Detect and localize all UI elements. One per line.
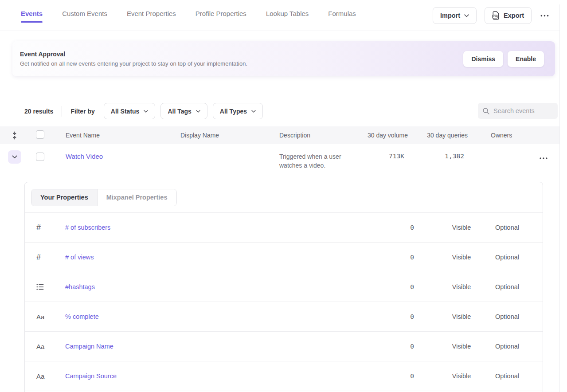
property-requirement: Optional bbox=[495, 254, 519, 261]
property-requirement: Optional bbox=[495, 313, 519, 320]
property-volume: 0 bbox=[410, 254, 414, 261]
property-name-link[interactable]: #hashtags bbox=[65, 283, 95, 290]
tab-profile-properties[interactable]: Profile Properties bbox=[196, 0, 246, 31]
property-volume: 0 bbox=[410, 372, 414, 380]
row-actions-cell bbox=[535, 144, 559, 161]
lexicon-events-page: Events Custom Events Event Properties Pr… bbox=[0, 0, 567, 392]
all-tags-dropdown[interactable]: All Tags bbox=[160, 103, 207, 119]
collapse-all-icon[interactable] bbox=[12, 131, 18, 140]
chevron-down-icon bbox=[12, 155, 17, 159]
filter-bar: 20 results Filter by All Status All Tags… bbox=[24, 103, 268, 119]
banner-text: Event Approval Get notified on all new e… bbox=[12, 51, 247, 67]
dismiss-button[interactable]: Dismiss bbox=[463, 51, 503, 67]
search-input[interactable] bbox=[493, 107, 551, 114]
number-type-icon: # bbox=[36, 223, 41, 232]
content-right-border bbox=[559, 4, 567, 392]
expander-cell bbox=[0, 144, 29, 164]
select-all-checkbox[interactable] bbox=[36, 130, 44, 139]
text-type-icon: Aa bbox=[36, 313, 44, 321]
export-button[interactable]: csv Export bbox=[485, 7, 532, 24]
search-events-box[interactable] bbox=[478, 103, 558, 119]
select-all-cell bbox=[29, 130, 66, 141]
property-visibility: Visible bbox=[452, 283, 471, 290]
column-header-description[interactable]: Description bbox=[279, 132, 364, 139]
property-row: Aa Campaign Source 0 Visible Optional bbox=[25, 361, 543, 391]
banner-title: Event Approval bbox=[20, 51, 247, 58]
results-count: 20 results bbox=[24, 108, 53, 115]
import-button[interactable]: Import bbox=[433, 7, 477, 24]
tab-your-properties[interactable]: Your Properties bbox=[31, 189, 98, 206]
chevron-down-icon bbox=[464, 14, 469, 17]
events-table-header: Event Name Display Name Description 30 d… bbox=[0, 126, 559, 144]
text-type-icon: Aa bbox=[36, 343, 44, 350]
ellipsis-icon bbox=[540, 157, 547, 159]
property-visibility: Visible bbox=[452, 343, 471, 350]
enable-button[interactable]: Enable bbox=[508, 51, 544, 67]
event-row-watch-video: Watch Video Triggered when a user watche… bbox=[0, 144, 559, 182]
event-name-cell: Watch Video bbox=[66, 144, 180, 161]
all-status-dropdown[interactable]: All Status bbox=[104, 103, 156, 119]
chevron-down-icon bbox=[251, 110, 256, 113]
svg-text:csv: csv bbox=[493, 15, 497, 18]
property-visibility: Visible bbox=[452, 224, 471, 231]
all-status-label: All Status bbox=[111, 108, 140, 115]
chevron-down-icon bbox=[144, 110, 148, 113]
search-icon bbox=[482, 107, 490, 115]
tab-custom-events[interactable]: Custom Events bbox=[62, 0, 107, 31]
all-tags-label: All Tags bbox=[168, 108, 191, 115]
filter-by-label: Filter by bbox=[70, 108, 94, 115]
row-checkbox-cell bbox=[29, 144, 66, 163]
property-requirement: Optional bbox=[495, 224, 519, 231]
more-options-button[interactable] bbox=[540, 13, 550, 19]
property-name-link[interactable]: % complete bbox=[65, 313, 99, 320]
ellipsis-icon bbox=[540, 15, 549, 17]
property-row: # # of subscribers 0 Visible Optional bbox=[25, 213, 543, 243]
tab-event-properties[interactable]: Event Properties bbox=[127, 0, 176, 31]
property-volume: 0 bbox=[410, 343, 414, 350]
number-type-icon: # bbox=[36, 253, 41, 262]
banner-actions: Dismiss Enable bbox=[463, 51, 544, 67]
topbar-actions: Import csv Export bbox=[433, 0, 550, 31]
event-approval-banner: Event Approval Get notified on all new e… bbox=[12, 41, 555, 76]
import-label: Import bbox=[440, 12, 460, 19]
property-name-link[interactable]: Campaign Source bbox=[65, 372, 117, 380]
property-row: Aa Campaign Name 0 Visible Optional bbox=[25, 332, 543, 361]
property-row: # # of views 0 Visible Optional bbox=[25, 243, 543, 272]
property-requirement: Optional bbox=[495, 372, 519, 380]
property-row: Aa % complete 0 Visible Optional bbox=[25, 302, 543, 332]
banner-description: Get notified on all new events entering … bbox=[20, 60, 247, 67]
tab-lookup-tables[interactable]: Lookup Tables bbox=[266, 0, 309, 31]
property-name-link[interactable]: # of views bbox=[65, 254, 94, 261]
event-name-link[interactable]: Watch Video bbox=[66, 153, 103, 160]
list-type-icon bbox=[36, 284, 44, 290]
all-types-dropdown[interactable]: All Types bbox=[213, 103, 263, 119]
nav-tabs: Events Custom Events Event Properties Pr… bbox=[0, 0, 356, 31]
collapse-all-cell bbox=[0, 131, 29, 140]
property-name-link[interactable]: Campaign Name bbox=[65, 343, 113, 350]
divider bbox=[62, 106, 62, 117]
property-volume: 0 bbox=[410, 313, 414, 320]
property-volume: 0 bbox=[410, 283, 414, 290]
column-header-event-name[interactable]: Event Name bbox=[66, 132, 180, 139]
column-header-owners[interactable]: Owners bbox=[468, 132, 535, 139]
column-header-queries[interactable]: 30 day queries bbox=[408, 132, 468, 139]
event-queries: 1,382 bbox=[408, 153, 468, 160]
tab-formulas[interactable]: Formulas bbox=[328, 0, 356, 31]
row-more-options-button[interactable] bbox=[540, 154, 547, 161]
properties-segmented-control: Your Properties Mixpanel Properties bbox=[31, 189, 177, 206]
column-header-volume[interactable]: 30 day volume bbox=[364, 132, 408, 139]
row-checkbox[interactable] bbox=[36, 153, 44, 161]
collapse-row-button[interactable] bbox=[8, 150, 21, 164]
property-visibility: Visible bbox=[452, 372, 471, 380]
tab-events[interactable]: Events bbox=[21, 0, 43, 31]
properties-tab-bar: Your Properties Mixpanel Properties bbox=[25, 182, 543, 213]
tab-mixpanel-properties[interactable]: Mixpanel Properties bbox=[98, 189, 176, 206]
column-header-display-name[interactable]: Display Name bbox=[180, 132, 279, 139]
event-volume: 713K bbox=[364, 153, 408, 160]
event-properties-panel: Your Properties Mixpanel Properties # # … bbox=[24, 182, 543, 392]
export-label: Export bbox=[504, 12, 524, 19]
event-description: Triggered when a user watches a video. bbox=[279, 152, 364, 170]
chevron-down-icon bbox=[196, 110, 200, 113]
all-types-label: All Types bbox=[220, 108, 247, 115]
property-name-link[interactable]: # of subscribers bbox=[65, 224, 110, 231]
